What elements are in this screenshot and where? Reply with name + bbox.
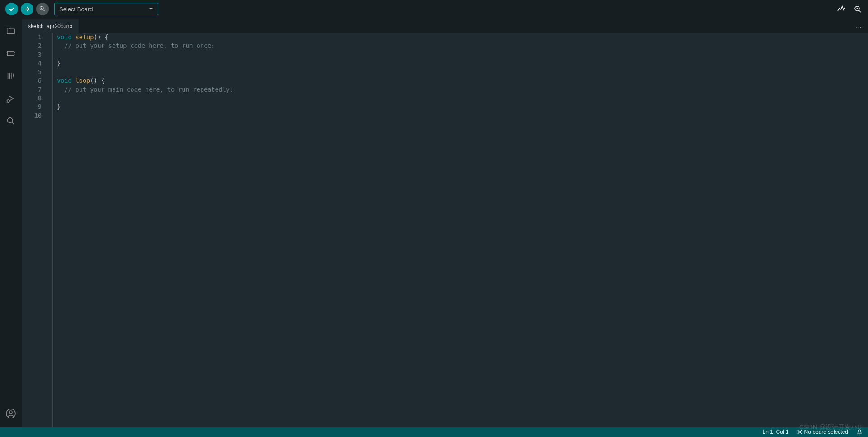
line-number: 1 (22, 33, 42, 42)
library-icon (6, 71, 16, 81)
line-number: 4 (22, 59, 42, 68)
code-line[interactable]: // put your main code here, to run repea… (57, 85, 868, 94)
code-line[interactable]: void loop() { (57, 76, 868, 85)
board-select-dropdown[interactable]: Select Board (54, 3, 158, 15)
code-line[interactable]: } (57, 59, 868, 68)
debug-run-icon (6, 94, 16, 103)
code-line[interactable] (57, 51, 868, 59)
code-content[interactable]: void setup() { // put your setup code he… (52, 33, 868, 427)
toolbar-right (836, 4, 863, 14)
svg-rect-3 (8, 51, 14, 55)
tab-more-button[interactable]: ⋯ (849, 21, 868, 33)
line-number: 5 (22, 68, 42, 76)
line-number: 6 (22, 76, 42, 85)
upload-button[interactable] (21, 3, 33, 15)
svg-point-2 (857, 8, 858, 9)
cursor-position[interactable]: Ln 1, Col 1 (763, 429, 789, 435)
code-line[interactable] (57, 112, 868, 120)
line-number: 8 (22, 94, 42, 103)
ellipsis-icon: ⋯ (856, 23, 862, 30)
editor-area: sketch_apr20b.ino ⋯ 12345678910 void set… (22, 18, 868, 427)
line-number: 2 (22, 42, 42, 50)
debug-panel-button[interactable] (5, 92, 17, 105)
code-line[interactable] (57, 94, 868, 103)
code-line[interactable] (57, 68, 868, 76)
boards-manager-button[interactable] (5, 47, 17, 60)
board-select-label: Select Board (59, 6, 93, 13)
line-number: 7 (22, 85, 42, 94)
serial-plotter-button[interactable] (836, 4, 846, 14)
svg-point-5 (8, 118, 13, 123)
plotter-icon (837, 5, 846, 14)
search-icon (6, 116, 16, 126)
tab-bar: sketch_apr20b.ino ⋯ (22, 18, 868, 33)
code-editor[interactable]: 12345678910 void setup() { // put your s… (22, 33, 868, 427)
status-bar: Ln 1, Col 1 No board selected (0, 427, 868, 437)
line-number: 3 (22, 51, 42, 59)
verify-button[interactable] (5, 3, 18, 15)
file-tab[interactable]: sketch_apr20b.ino (22, 19, 79, 33)
code-line[interactable]: void setup() { (57, 33, 868, 42)
board-icon (6, 48, 16, 58)
x-icon (797, 429, 802, 435)
account-button[interactable] (5, 407, 17, 420)
line-number: 9 (22, 103, 42, 111)
folder-icon (6, 26, 16, 36)
toolbar: Select Board (0, 0, 868, 18)
user-icon (5, 408, 16, 419)
debug-play-icon (39, 6, 46, 12)
main-area: sketch_apr20b.ino ⋯ 12345678910 void set… (0, 18, 868, 427)
line-gutter: 12345678910 (22, 33, 52, 427)
check-icon (8, 5, 15, 13)
line-number: 10 (22, 112, 42, 120)
arrow-right-icon (24, 5, 31, 13)
sketchbook-button[interactable] (5, 24, 17, 37)
gutter-divider (52, 33, 53, 427)
magnify-icon (853, 5, 862, 14)
code-line[interactable]: } (57, 103, 868, 111)
library-manager-button[interactable] (5, 70, 17, 82)
svg-point-7 (9, 411, 12, 414)
tab-label: sketch_apr20b.ino (28, 23, 72, 29)
serial-monitor-button[interactable] (853, 4, 863, 14)
notification-button[interactable] (856, 429, 863, 435)
search-button[interactable] (5, 115, 17, 127)
code-line[interactable]: // put your setup code here, to run once… (57, 42, 868, 50)
chevron-down-icon (149, 7, 153, 11)
debug-button[interactable] (36, 3, 49, 15)
board-status[interactable]: No board selected (797, 429, 848, 435)
bell-icon (856, 429, 863, 435)
activity-bar (0, 18, 22, 427)
